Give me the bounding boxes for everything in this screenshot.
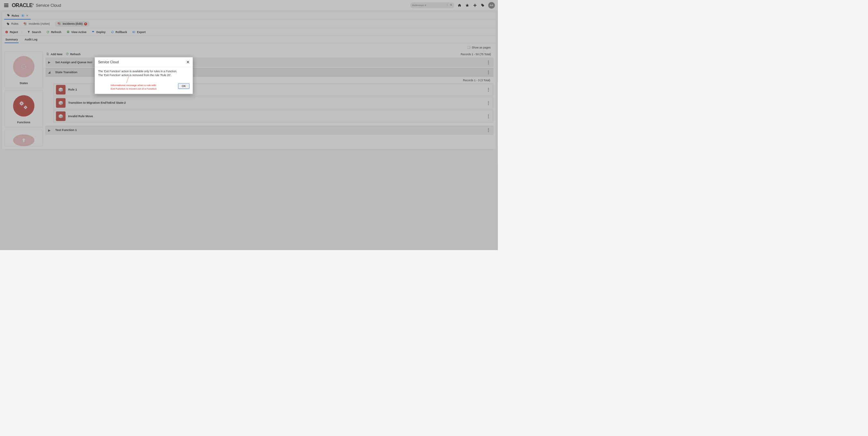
subtab-incidents-edit[interactable]: Incidents (Edit) ✕ bbox=[55, 21, 90, 27]
svg-point-20 bbox=[67, 32, 69, 33]
file-alert-icon bbox=[58, 22, 61, 26]
file-alert-icon bbox=[24, 22, 27, 26]
card-label: States bbox=[20, 81, 28, 85]
rule-row[interactable]: Invalid Rule Move ⋮ bbox=[53, 110, 493, 122]
kebab-menu-icon[interactable]: ⋮ bbox=[486, 87, 491, 92]
svg-rect-12 bbox=[24, 23, 25, 23]
search-options-icon[interactable]: ⋮ bbox=[446, 3, 449, 7]
group-row[interactable]: ▶ Test Function 1 ⋮ bbox=[45, 126, 493, 135]
svg-rect-21 bbox=[133, 31, 135, 33]
svg-line-32 bbox=[23, 104, 23, 105]
kebab-menu-icon[interactable]: ⋮ bbox=[486, 114, 491, 119]
svg-rect-2 bbox=[4, 6, 8, 7]
cube-icon bbox=[56, 98, 65, 108]
close-icon[interactable]: ✕ bbox=[186, 60, 189, 65]
refresh-icon bbox=[46, 30, 50, 33]
rule-label: Transition to Migration EndToEnd State-2 bbox=[68, 101, 126, 104]
kebab-menu-icon[interactable]: ⋮ bbox=[486, 128, 491, 133]
tag-icon bbox=[6, 22, 10, 25]
sub-tabs: Rules Incidents (Active) Incidents (Edit… bbox=[2, 20, 496, 28]
export-button[interactable]: Export bbox=[132, 30, 146, 33]
kebab-menu-icon[interactable]: ⋮ bbox=[486, 60, 491, 65]
app-title: Service Cloud bbox=[36, 3, 61, 8]
partial-circle-icon bbox=[13, 134, 35, 147]
annotation-text: Informational message when a rule with E… bbox=[98, 83, 161, 91]
home-icon[interactable] bbox=[458, 3, 462, 7]
svg-point-9 bbox=[7, 23, 7, 23]
close-icon[interactable]: × bbox=[26, 14, 28, 17]
plus-icon[interactable] bbox=[473, 3, 477, 7]
tag-icon[interactable] bbox=[480, 3, 485, 7]
rule-row[interactable]: Transition to Migration EndToEnd State-2… bbox=[53, 97, 493, 109]
card-states[interactable]: States bbox=[4, 51, 43, 88]
workspace: Rules 3 × Rules Incidents (Active) bbox=[2, 11, 496, 149]
group-label: Test Function 1 bbox=[55, 128, 77, 132]
subtab-label: Incidents (Active) bbox=[29, 22, 50, 25]
view-active-button[interactable]: View Active bbox=[66, 30, 86, 33]
modal-header: Service Cloud ✕ bbox=[95, 57, 193, 67]
kebab-menu-icon[interactable]: ⋮ bbox=[486, 100, 491, 105]
svg-rect-0 bbox=[4, 3, 8, 4]
chevron-down-icon: ◢ bbox=[48, 70, 51, 74]
svg-rect-1 bbox=[4, 5, 8, 5]
page-tabs: Rules 3 × bbox=[2, 11, 496, 20]
document-plus-icon bbox=[46, 52, 49, 56]
main-content: States Functions bbox=[2, 51, 496, 149]
filter-icon bbox=[27, 30, 30, 33]
tab-audit-log[interactable]: Audit Log bbox=[24, 36, 38, 43]
svg-line-4 bbox=[452, 5, 452, 6]
add-new-button[interactable]: Add New bbox=[46, 52, 63, 56]
subtab-incidents-active[interactable]: Incidents (Active) bbox=[24, 22, 50, 26]
chevron-right-icon: ▶ bbox=[48, 60, 51, 64]
card-partial[interactable] bbox=[4, 130, 43, 147]
modal-text-line1: The 'Exit Function' action is available … bbox=[98, 69, 189, 73]
subtab-label: Incidents (Edit) bbox=[63, 22, 83, 25]
svg-rect-17 bbox=[58, 24, 59, 24]
page-tab-rules[interactable]: Rules 3 × bbox=[4, 12, 31, 20]
subtab-rules[interactable]: Rules bbox=[6, 22, 18, 25]
search-button[interactable]: Search bbox=[27, 30, 41, 33]
info-modal: Service Cloud ✕ The 'Exit Function' acti… bbox=[95, 57, 193, 94]
list-refresh-button[interactable]: Refresh bbox=[66, 52, 81, 56]
tab-summary[interactable]: Summary bbox=[4, 36, 19, 43]
oracle-logo: ORACLE® bbox=[12, 2, 34, 8]
kebab-menu-icon[interactable]: ⋮ bbox=[486, 70, 491, 74]
cube-icon bbox=[56, 112, 65, 121]
section-tabs: Summary Audit Log bbox=[2, 36, 496, 43]
topbar-icons: AA bbox=[458, 2, 495, 9]
page-tab-label: Rules bbox=[11, 14, 19, 17]
svg-rect-23 bbox=[133, 32, 134, 32]
card-functions[interactable]: Functions bbox=[4, 91, 43, 127]
svg-point-36 bbox=[25, 107, 26, 108]
user-avatar[interactable]: AA bbox=[488, 2, 495, 9]
show-as-pages-checkbox[interactable] bbox=[467, 46, 470, 49]
refresh-button[interactable]: Refresh bbox=[46, 30, 61, 33]
svg-line-31 bbox=[20, 102, 21, 102]
svg-point-8 bbox=[8, 14, 8, 15]
close-icon[interactable]: ✕ bbox=[84, 23, 87, 25]
rollback-icon bbox=[111, 30, 114, 33]
reject-button[interactable]: Reject bbox=[5, 30, 22, 33]
menu-hamburger-icon[interactable] bbox=[3, 2, 10, 9]
svg-rect-13 bbox=[24, 24, 25, 24]
rollback-button[interactable]: Rollback bbox=[111, 30, 127, 33]
show-as-pages-toggle[interactable]: Show as pages bbox=[467, 46, 491, 49]
chevron-right-icon: ▶ bbox=[48, 128, 51, 132]
export-icon bbox=[132, 30, 135, 33]
rule-label: Invalid Rule Move bbox=[68, 115, 93, 118]
deploy-button[interactable]: Deploy bbox=[92, 30, 105, 33]
search-icon[interactable] bbox=[450, 3, 453, 7]
options-strip: Show as pages bbox=[2, 43, 496, 51]
global-search[interactable]: ⋮ bbox=[410, 2, 455, 8]
cube-icon bbox=[56, 85, 65, 94]
records-count-main: Records 1 - 50 (75 Total) bbox=[461, 53, 491, 56]
action-toolbar: Reject Search Refresh View Active bbox=[2, 28, 496, 36]
search-input[interactable] bbox=[412, 4, 444, 7]
functions-gears-icon bbox=[13, 95, 35, 117]
star-icon[interactable] bbox=[465, 3, 470, 7]
modal-title: Service Cloud bbox=[98, 60, 119, 64]
reject-icon bbox=[5, 30, 8, 33]
ok-button[interactable]: OK bbox=[178, 83, 189, 89]
svg-point-3 bbox=[451, 4, 452, 5]
svg-point-7 bbox=[482, 4, 482, 5]
